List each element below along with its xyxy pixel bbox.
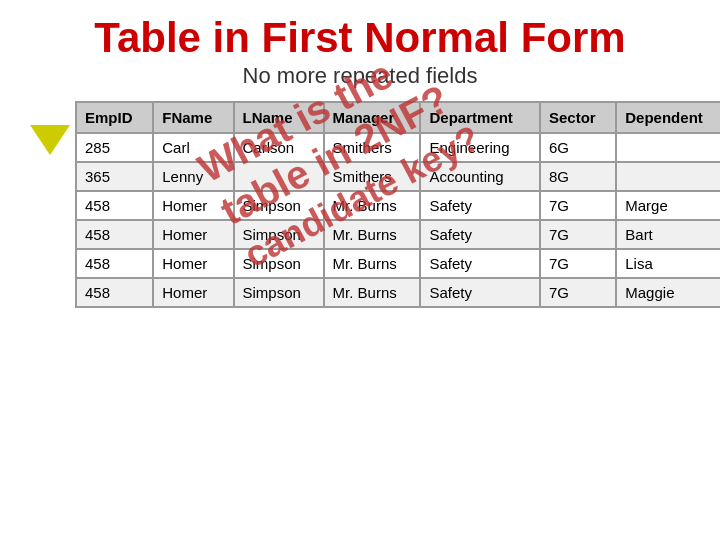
col-fname: FName [153, 102, 233, 133]
col-department: Department [420, 102, 540, 133]
arrow-container [30, 125, 70, 155]
table-cell: 365 [76, 162, 153, 191]
table-cell: Mr. Burns [324, 191, 421, 220]
table-cell: 285 [76, 133, 153, 162]
table-cell: Safety [420, 278, 540, 307]
table-header-row: EmpID FName LName Manager Department Sec… [76, 102, 720, 133]
table-wrapper: EmpID FName LName Manager Department Sec… [75, 101, 700, 308]
table-cell: 8G [540, 162, 616, 191]
table-cell: 458 [76, 220, 153, 249]
table-row: 458HomerSimpsonMr. BurnsSafety7GMaggie [76, 278, 720, 307]
table-cell: Homer [153, 191, 233, 220]
table-row: 365LennySmithersAccounting8G [76, 162, 720, 191]
table-cell: Lisa [616, 249, 720, 278]
table-row: 458HomerSimpsonMr. BurnsSafety7GLisa [76, 249, 720, 278]
table-cell: Accounting [420, 162, 540, 191]
table-cell: Simpson [234, 249, 324, 278]
table-row: 285CarlCarlsonSmithersEngineering6G [76, 133, 720, 162]
table-cell: 7G [540, 191, 616, 220]
table-cell: Safety [420, 220, 540, 249]
table-cell: Simpson [234, 191, 324, 220]
table-cell: Homer [153, 249, 233, 278]
table-cell: 6G [540, 133, 616, 162]
table-cell: Maggie [616, 278, 720, 307]
table-cell: Safety [420, 249, 540, 278]
col-empid: EmpID [76, 102, 153, 133]
table-cell: Mr. Burns [324, 249, 421, 278]
table-cell: Lenny [153, 162, 233, 191]
table-cell: Safety [420, 191, 540, 220]
table-cell [234, 162, 324, 191]
table-cell [616, 162, 720, 191]
col-sector: Sector [540, 102, 616, 133]
table-cell: Homer [153, 220, 233, 249]
col-lname: LName [234, 102, 324, 133]
table-cell: Mr. Burns [324, 278, 421, 307]
table-cell: Bart [616, 220, 720, 249]
table-cell: 458 [76, 191, 153, 220]
col-dependent: Dependent [616, 102, 720, 133]
page-container: Table in First Normal Form No more repea… [0, 0, 720, 540]
table-cell: 7G [540, 278, 616, 307]
subtitle: No more repeated fields [20, 63, 700, 89]
table-cell: Smithers [324, 162, 421, 191]
table-cell: Carl [153, 133, 233, 162]
table-cell: 458 [76, 249, 153, 278]
table-cell: Carlson [234, 133, 324, 162]
table-cell: Smithers [324, 133, 421, 162]
table-cell: 458 [76, 278, 153, 307]
data-table: EmpID FName LName Manager Department Sec… [75, 101, 720, 308]
down-arrow-icon [30, 125, 70, 155]
table-row: 458HomerSimpsonMr. BurnsSafety7GMarge [76, 191, 720, 220]
table-cell [616, 133, 720, 162]
table-cell: Simpson [234, 220, 324, 249]
table-cell: Marge [616, 191, 720, 220]
table-cell: Homer [153, 278, 233, 307]
table-cell: 7G [540, 249, 616, 278]
table-cell: Engineering [420, 133, 540, 162]
col-manager: Manager [324, 102, 421, 133]
table-cell: 7G [540, 220, 616, 249]
table-cell: Simpson [234, 278, 324, 307]
table-row: 458HomerSimpsonMr. BurnsSafety7GBart [76, 220, 720, 249]
table-cell: Mr. Burns [324, 220, 421, 249]
title-area: Table in First Normal Form No more repea… [20, 15, 700, 89]
main-title: Table in First Normal Form [20, 15, 700, 61]
